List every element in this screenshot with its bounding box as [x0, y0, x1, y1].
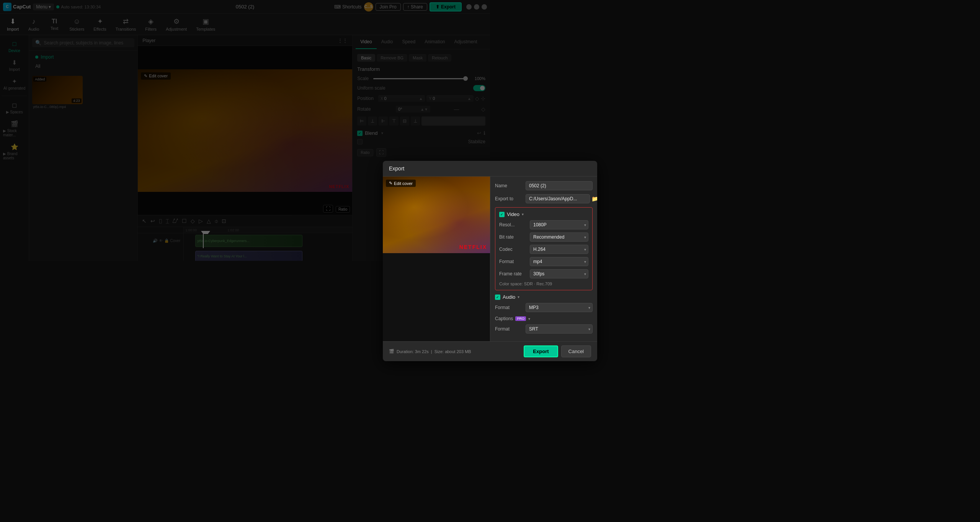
edit-cover-icon: ✎ [389, 181, 392, 186]
dialog-header: Export [383, 161, 490, 177]
dialog-preview-image: NETFLIX ✎ Edit cover [383, 177, 490, 253]
dialog-netflix-logo: NETFLIX [459, 244, 487, 250]
dialog-scene [383, 177, 490, 253]
dialog-edit-cover-button[interactable]: ✎ Edit cover [386, 180, 416, 187]
export-dialog: Export NETFLIX ✎ Edit cover Name [383, 161, 490, 261]
export-dialog-overlay: Export NETFLIX ✎ Edit cover Name [0, 0, 490, 261]
dialog-body: NETFLIX ✎ Edit cover Name Export to [383, 177, 490, 261]
dialog-title: Export [389, 165, 404, 172]
dialog-preview: NETFLIX ✎ Edit cover [383, 177, 490, 261]
